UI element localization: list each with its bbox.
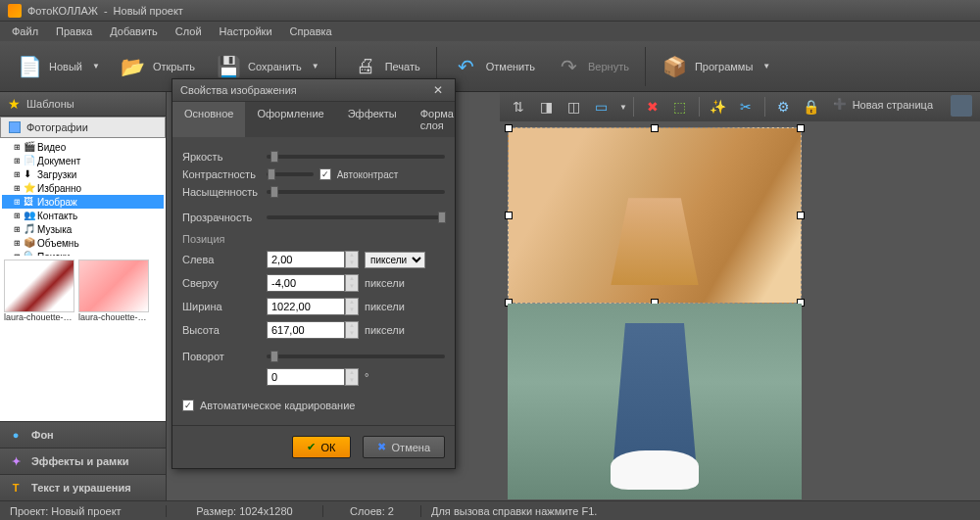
- tab-shape[interactable]: Форма слоя: [409, 102, 466, 137]
- autocrop-checkbox[interactable]: ✓: [182, 400, 194, 411]
- chevron-down-icon: ▼: [312, 62, 319, 71]
- unit-select[interactable]: пиксели: [365, 252, 425, 268]
- menu-layer[interactable]: Слой: [168, 24, 210, 39]
- star-icon: ★: [8, 96, 21, 112]
- top-input[interactable]: [267, 274, 345, 292]
- gear-icon[interactable]: ⚙: [771, 95, 797, 118]
- close-icon: ✖: [377, 441, 386, 453]
- tree-item[interactable]: ⊞🎵Музыка: [2, 222, 164, 236]
- contrast-slider[interactable]: [267, 172, 314, 176]
- magic-icon[interactable]: ✨: [706, 95, 731, 118]
- position-section: Позиция: [182, 233, 445, 245]
- menu-edit[interactable]: Правка: [48, 24, 100, 39]
- undo-button[interactable]: ↶Отменить: [445, 49, 543, 84]
- crop-icon[interactable]: ⬚: [667, 95, 693, 118]
- thumbnails: laura-chouette-KA... laura-chouette-_ K.…: [0, 256, 166, 421]
- app-name: ФотоКОЛЛАЖ: [27, 5, 98, 17]
- delete-icon[interactable]: ✖: [640, 95, 665, 118]
- spinner[interactable]: ▲▼: [345, 298, 359, 315]
- lock-icon[interactable]: 🔒: [799, 95, 824, 118]
- photo-icon: [9, 121, 21, 133]
- page-icon[interactable]: [951, 95, 972, 117]
- sidebar-text[interactable]: TТекст и украшения: [0, 474, 166, 500]
- opacity-slider[interactable]: [267, 215, 445, 219]
- image-layer-selected[interactable]: [508, 127, 802, 304]
- chevron-down-icon[interactable]: ▼: [619, 103, 627, 112]
- menu-file[interactable]: Файл: [4, 24, 46, 39]
- cut-icon[interactable]: ✂: [733, 95, 759, 118]
- statusbar: Проект: Новый проект Размер: 1024x1280 С…: [0, 500, 980, 520]
- resize-handle[interactable]: [505, 124, 513, 132]
- image-properties-dialog: Свойства изображения ✕ Основное Оформлен…: [172, 78, 456, 469]
- spinner[interactable]: ▲▼: [345, 251, 359, 268]
- height-input[interactable]: [267, 321, 345, 339]
- programs-icon: 📦: [662, 53, 689, 80]
- cancel-button[interactable]: ✖Отмена: [363, 436, 445, 458]
- canvas-page[interactable]: [508, 127, 802, 499]
- thumbnail[interactable]: laura-chouette-KA...: [4, 260, 74, 322]
- menu-settings[interactable]: Настройки: [212, 24, 280, 39]
- contrast-label: Контрастность: [182, 168, 261, 180]
- rotation-input[interactable]: [267, 368, 345, 386]
- rotation-slider[interactable]: [267, 355, 445, 358]
- tree-item[interactable]: ⊞📦Объемнь: [2, 236, 164, 250]
- frame-icon[interactable]: ▭: [588, 95, 613, 118]
- flip-v-icon[interactable]: ◫: [561, 95, 586, 118]
- globe-icon: ●: [8, 427, 24, 443]
- tree-item[interactable]: ⊞🎬Видео: [2, 140, 164, 154]
- canvas-toolbar: ⇅ ◨ ◫ ▭ ▼ ✖ ⬚ ✨ ✂ ⚙ 🔒 ➕Новая страница: [500, 92, 980, 121]
- arrange-icon[interactable]: ⇅: [506, 95, 531, 118]
- print-icon: 🖨: [352, 53, 379, 80]
- tab-design[interactable]: Оформление: [245, 102, 335, 137]
- dialog-titlebar[interactable]: Свойства изображения ✕: [172, 79, 455, 102]
- sidebar-background[interactable]: ●Фон: [0, 421, 166, 448]
- project-name: Новый проект: [114, 5, 183, 17]
- resize-handle[interactable]: [505, 212, 513, 219]
- menu-add[interactable]: Добавить: [102, 24, 166, 39]
- sidebar-effects[interactable]: ✦Эффекты и рамки: [0, 448, 166, 474]
- resize-handle[interactable]: [651, 124, 659, 132]
- photos-tab[interactable]: Фотографии: [0, 117, 166, 138]
- new-button[interactable]: 📄Новый▼: [8, 49, 108, 84]
- spinner[interactable]: ▲▼: [345, 368, 359, 386]
- spinner[interactable]: ▲▼: [345, 274, 359, 292]
- width-input[interactable]: [267, 298, 345, 315]
- programs-button[interactable]: 📦Программы▼: [654, 49, 778, 84]
- saturation-slider[interactable]: [267, 190, 445, 194]
- text-icon: T: [8, 480, 24, 496]
- tree-item[interactable]: ⊞🖼Изображ: [2, 195, 164, 209]
- chevron-down-icon: ▼: [762, 62, 770, 71]
- thumbnail[interactable]: laura-chouette-_ K...: [78, 260, 149, 322]
- templates-header[interactable]: ★Шаблоны: [0, 92, 166, 117]
- brightness-label: Яркость: [182, 151, 261, 163]
- flip-h-icon[interactable]: ◨: [533, 95, 559, 118]
- left-input[interactable]: [267, 251, 345, 268]
- folder-tree[interactable]: ⊞🎬Видео⊞📄Документ⊞⬇Загрузки⊞⭐Избранно⊞🖼И…: [0, 138, 166, 256]
- resize-handle[interactable]: [797, 124, 805, 132]
- plus-icon: ➕: [833, 98, 847, 111]
- undo-icon: ↶: [453, 53, 480, 80]
- spinner[interactable]: ▲▼: [345, 321, 359, 339]
- resize-handle[interactable]: [797, 212, 805, 219]
- ok-button[interactable]: ✔ОК: [292, 436, 351, 458]
- tree-item[interactable]: ⊞⭐Избранно: [2, 181, 164, 195]
- redo-icon: ↷: [555, 53, 582, 80]
- sparkle-icon: ✦: [8, 453, 24, 469]
- close-icon[interactable]: ✕: [429, 83, 447, 97]
- app-logo-icon: [8, 4, 22, 18]
- tree-item[interactable]: ⊞👥Контакть: [2, 209, 164, 222]
- brightness-slider[interactable]: [267, 155, 445, 159]
- image-layer[interactable]: [508, 304, 802, 499]
- tab-effects[interactable]: Эффекты: [336, 102, 409, 137]
- opacity-label: Прозрачность: [182, 212, 261, 223]
- autocontrast-checkbox[interactable]: ✓: [319, 168, 331, 180]
- tree-item[interactable]: ⊞⬇Загрузки: [2, 167, 164, 181]
- rotate-handle[interactable]: [650, 211, 660, 220]
- sidebar: ★Шаблоны Фотографии ⊞🎬Видео⊞📄Документ⊞⬇З…: [0, 92, 167, 500]
- saturation-label: Насыщенность: [182, 186, 261, 198]
- redo-button[interactable]: ↷Вернуть: [547, 49, 637, 84]
- menu-help[interactable]: Справка: [282, 24, 340, 39]
- tree-item[interactable]: ⊞📄Документ: [2, 154, 164, 167]
- tab-main[interactable]: Основное: [172, 102, 245, 137]
- new-page-button[interactable]: ➕Новая страница: [825, 95, 941, 114]
